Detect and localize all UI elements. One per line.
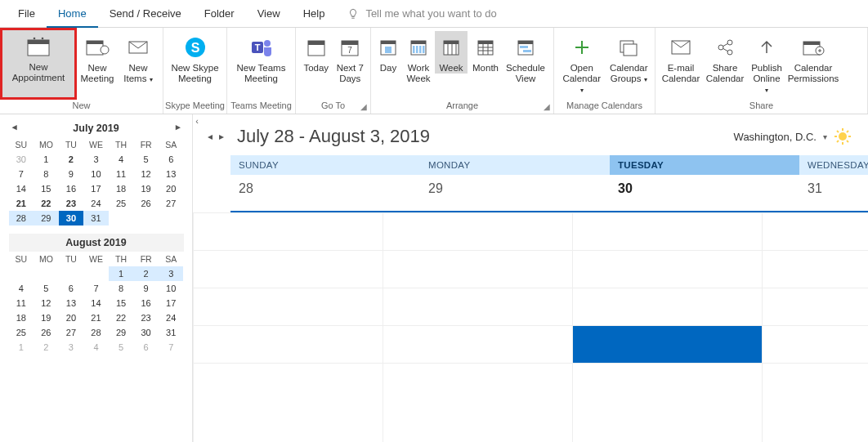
day-column[interactable]	[193, 212, 383, 442]
location-dropdown-icon[interactable]: ▾	[823, 132, 827, 141]
mini-cal-day[interactable]: 11	[109, 167, 134, 181]
time-slot[interactable]	[383, 363, 572, 400]
mini-cal-day[interactable]: 1	[9, 340, 34, 355]
time-slot[interactable]	[383, 212, 572, 250]
mini-cal-day[interactable]: 2	[59, 152, 84, 167]
mini-cal-day[interactable]: 6	[59, 281, 84, 296]
mini-cal-day[interactable]: 29	[109, 325, 134, 340]
mini-cal-day[interactable]: 16	[59, 181, 84, 196]
time-slot[interactable]	[763, 363, 868, 400]
mini-cal-day[interactable]: 7	[83, 281, 109, 296]
mini-cal-day[interactable]: 21	[9, 196, 34, 211]
arrange-launcher-icon[interactable]: ◢	[544, 100, 550, 114]
time-slot[interactable]	[573, 325, 762, 363]
share-calendar-button[interactable]: Share Calendar	[703, 31, 747, 84]
prev-week-button[interactable]: ◂	[204, 131, 216, 142]
open-calendar-button[interactable]: Open Calendar ▾	[557, 31, 606, 96]
mini-cal-day[interactable]: 30	[133, 325, 159, 340]
mini-cal-day[interactable]: 25	[109, 196, 134, 211]
mini-cal-day[interactable]: 18	[109, 181, 134, 196]
prev-month-button[interactable]: ◂	[12, 122, 17, 132]
mini-cal-day[interactable]: 28	[9, 211, 34, 225]
time-slot[interactable]	[194, 212, 383, 250]
new-teams-meeting-button[interactable]: T New Teams Meeting	[230, 31, 292, 84]
mini-cal-day[interactable]: 17	[159, 296, 184, 310]
today-button[interactable]: Today	[299, 31, 333, 74]
tab-send-receive[interactable]: Send / Receive	[98, 0, 193, 28]
mini-cal-day[interactable]: 15	[34, 181, 59, 196]
tab-folder[interactable]: Folder	[193, 0, 246, 28]
mini-cal-day[interactable]: 22	[34, 196, 59, 211]
mini-cal-day[interactable]: 30	[59, 211, 84, 225]
mini-cal-day[interactable]: 25	[9, 325, 34, 340]
time-grid[interactable]	[193, 212, 868, 442]
mini-cal-day[interactable]: 28	[83, 325, 109, 340]
mini-cal-day[interactable]: 30	[9, 152, 34, 167]
next-week-button[interactable]: ▸	[216, 131, 227, 142]
time-slot[interactable]	[383, 250, 572, 288]
time-slot[interactable]	[573, 363, 762, 400]
mini-cal-day[interactable]: 31	[159, 325, 184, 340]
mini-cal-day[interactable]: 18	[9, 310, 34, 325]
time-slot[interactable]	[383, 325, 572, 363]
calendar-permissions-button[interactable]: Calendar Permissions	[786, 31, 840, 84]
mini-cal-day[interactable]: 12	[34, 296, 59, 310]
time-slot[interactable]	[194, 288, 383, 325]
mini-cal-day[interactable]: 14	[9, 181, 34, 196]
day-column[interactable]	[762, 212, 868, 442]
mini-cal-day[interactable]: 11	[9, 296, 34, 310]
mini-cal-day[interactable]: 17	[83, 181, 109, 196]
mini-cal-day[interactable]: 10	[83, 167, 109, 181]
new-appointment-button[interactable]: New Appointment	[2, 30, 74, 97]
tab-home[interactable]: Home	[47, 0, 98, 28]
day-column-header[interactable]: MONDAY29	[420, 155, 610, 211]
mini-cal-day[interactable]: 23	[59, 196, 84, 211]
mini-cal-day[interactable]: 1	[109, 266, 134, 281]
mini-cal-day[interactable]: 8	[109, 281, 134, 296]
day-view-button[interactable]: Day	[374, 31, 402, 74]
mini-cal-day[interactable]: 4	[83, 340, 109, 355]
new-items-button[interactable]: New Items ▾	[119, 31, 158, 85]
mini-cal-day[interactable]: 13	[159, 167, 184, 181]
day-column-header[interactable]: SUNDAY28	[230, 155, 420, 211]
weather-location[interactable]: Washington, D.C.	[734, 131, 817, 143]
mini-cal-day[interactable]: 6	[159, 152, 184, 167]
time-slot[interactable]	[763, 250, 868, 288]
mini-cal-day[interactable]: 12	[133, 167, 159, 181]
calendar-groups-button[interactable]: Calendar Groups ▾	[606, 31, 651, 85]
calendar-event[interactable]	[573, 326, 762, 363]
day-column-header[interactable]: TUESDAY30	[610, 155, 799, 211]
next7-button[interactable]: 7 Next 7 Days	[333, 31, 368, 84]
mini-cal-day[interactable]: 9	[133, 281, 159, 296]
time-slot[interactable]	[383, 288, 572, 325]
mini-cal-day[interactable]: 26	[133, 196, 159, 211]
mini-cal-day[interactable]: 2	[133, 266, 159, 281]
mini-cal-day[interactable]: 20	[59, 310, 84, 325]
tell-me-search[interactable]: Tell me what you want to do	[365, 7, 496, 20]
new-skype-meeting-button[interactable]: S New Skype Meeting	[167, 31, 223, 84]
mini-cal-day[interactable]: 21	[83, 310, 109, 325]
publish-online-button[interactable]: Publish Online ▾	[747, 31, 786, 96]
mini-cal-day[interactable]: 19	[34, 310, 59, 325]
mini-cal-day[interactable]: 5	[133, 152, 159, 167]
time-slot[interactable]	[194, 363, 383, 400]
mini-cal-day[interactable]: 29	[34, 211, 59, 225]
time-slot[interactable]	[573, 212, 762, 250]
day-column-header[interactable]: WEDNESDAY31	[799, 155, 868, 211]
mini-cal-day[interactable]: 9	[59, 167, 84, 181]
time-slot[interactable]	[573, 288, 762, 325]
time-slot[interactable]	[573, 250, 762, 288]
mini-cal-day[interactable]: 20	[159, 181, 184, 196]
mini-cal-day[interactable]: 8	[34, 167, 59, 181]
tab-view[interactable]: View	[246, 0, 292, 28]
mini-cal-day[interactable]: 1	[34, 152, 59, 167]
mini-cal-day[interactable]: 4	[9, 281, 34, 296]
mini-cal-day[interactable]: 4	[109, 152, 134, 167]
email-calendar-button[interactable]: E-mail Calendar	[659, 31, 703, 84]
mini-cal-day[interactable]: 19	[133, 181, 159, 196]
new-meeting-button[interactable]: New Meeting	[76, 31, 119, 84]
time-slot[interactable]	[763, 325, 868, 363]
collapse-navigator-icon[interactable]: ‹	[195, 116, 199, 126]
mini-cal-day[interactable]: 14	[83, 296, 109, 310]
mini-cal-day[interactable]: 3	[59, 340, 84, 355]
